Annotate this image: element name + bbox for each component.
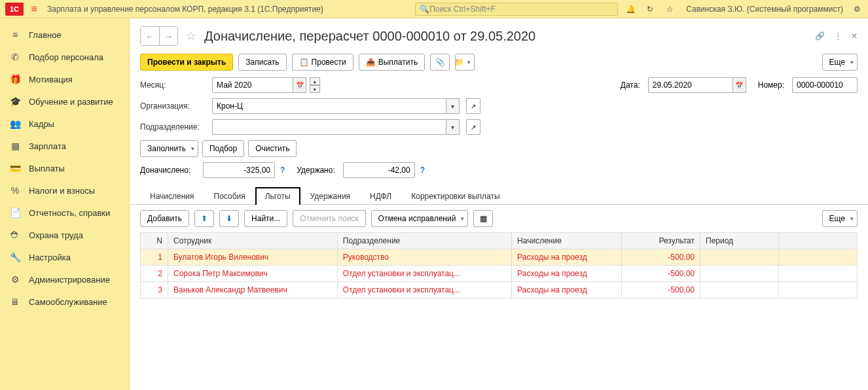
tab-benefits[interactable]: Пособия: [204, 187, 255, 205]
cell-empty: [779, 282, 858, 298]
sidebar-item-salary[interactable]: ▦Зарплата: [0, 135, 129, 157]
sidebar-item-safety[interactable]: ⛑Охрана труда: [0, 224, 129, 246]
cell-n: 3: [141, 282, 168, 298]
cell-employee: Сорока Петр Максимович: [168, 266, 338, 282]
kebab-icon[interactable]: ⋮: [834, 31, 842, 41]
table-more-button[interactable]: Еще: [822, 210, 858, 227]
dept-input[interactable]: [212, 119, 446, 135]
print-button[interactable]: 📁: [455, 54, 475, 71]
clear-button[interactable]: Очистить: [248, 140, 297, 157]
sidebar-label: Зарплата: [29, 141, 66, 151]
bell-icon[interactable]: 🔔: [624, 3, 636, 15]
sidebar-item-motivation[interactable]: 🎁Мотивация: [0, 68, 129, 90]
cell-result: -500,00: [622, 249, 700, 266]
star-icon[interactable]: ☆: [664, 3, 676, 15]
fill-button[interactable]: Заполнить: [140, 140, 198, 157]
sidebar-label: Подбор персонала: [29, 52, 103, 62]
link-icon[interactable]: 🔗: [815, 31, 825, 41]
sidebar-label: Отчетность, справки: [29, 208, 110, 218]
spinner-up[interactable]: ▴: [310, 77, 320, 85]
doc-header: ← → ☆ Доначисление, перерасчет 0000-0000…: [130, 18, 868, 51]
org-input[interactable]: [212, 98, 446, 114]
home-icon: ≡: [9, 29, 21, 41]
more-button[interactable]: Еще: [822, 54, 858, 71]
tab-ndfl[interactable]: НДФЛ: [360, 187, 401, 205]
tab-corrections[interactable]: Корректировки выплаты: [401, 187, 509, 205]
col-employee[interactable]: Сотрудник: [168, 233, 338, 249]
cancel-corrections-button[interactable]: Отмена исправлений: [371, 210, 469, 227]
dropdown-icon[interactable]: ▾: [446, 98, 460, 114]
search-icon: 🔍: [420, 5, 429, 14]
tab-exemptions[interactable]: Льготы: [255, 187, 300, 205]
cell-period: [700, 266, 779, 282]
col-accrual[interactable]: Начисление: [512, 233, 622, 249]
number-input[interactable]: [792, 77, 858, 93]
month-label: Месяц:: [140, 80, 208, 90]
help-icon[interactable]: ?: [420, 166, 425, 175]
calendar-icon[interactable]: 📅: [293, 77, 306, 93]
table-row[interactable]: 2Сорока Петр МаксимовичОтдел установки и…: [141, 266, 858, 282]
wallet-icon: 💳: [9, 162, 21, 174]
back-button[interactable]: ←: [141, 27, 159, 45]
table-header-row: N Сотрудник Подразделение Начисление Рез…: [141, 233, 858, 249]
layout-settings-button[interactable]: ▦: [473, 210, 493, 227]
col-result[interactable]: Результат: [622, 233, 700, 249]
help-icon[interactable]: ?: [280, 166, 285, 175]
dropdown-icon[interactable]: ▾: [446, 119, 460, 135]
history-icon[interactable]: ↻: [644, 3, 656, 15]
post-and-close-button[interactable]: Провести и закрыть: [140, 54, 233, 71]
col-period[interactable]: Период: [700, 233, 779, 249]
accrued-input[interactable]: [203, 162, 275, 178]
search-placeholder: Поиск Ctrl+Shift+F: [429, 5, 496, 14]
attach-button[interactable]: 📎: [430, 54, 450, 71]
table-row[interactable]: 1Булатов Игорь ВиленовичРуководствоРасхо…: [141, 249, 858, 266]
month-input[interactable]: [212, 77, 293, 93]
main: ← → ☆ Доначисление, перерасчет 0000-0000…: [130, 18, 868, 390]
tabs: Начисления Пособия Льготы Удержания НДФЛ…: [130, 187, 868, 205]
sidebar-item-self[interactable]: 🖥Самообслуживание: [0, 291, 129, 313]
col-empty: [779, 233, 858, 249]
sidebar-item-recruit[interactable]: ✆Подбор персонала: [0, 46, 129, 68]
add-button[interactable]: Добавить: [140, 210, 189, 227]
close-icon[interactable]: ✕: [851, 31, 858, 41]
sidebar-label: Настройка: [29, 253, 71, 262]
post-label: Провести: [312, 58, 346, 67]
sidebar-item-hr[interactable]: 👥Кадры: [0, 113, 129, 135]
open-org-button[interactable]: ↗: [466, 98, 480, 114]
settings-icon[interactable]: ⚙: [851, 3, 863, 15]
cancel-search-button[interactable]: Отменить поиск: [293, 210, 365, 227]
date-label: Дата:: [621, 80, 640, 90]
find-button[interactable]: Найти...: [244, 210, 287, 227]
col-dept[interactable]: Подразделение: [337, 233, 511, 249]
spinner-down[interactable]: ▾: [310, 85, 320, 93]
org-label: Организация:: [140, 101, 208, 111]
sidebar-item-admin[interactable]: ⚙Администрирование: [0, 268, 129, 291]
search-input[interactable]: 🔍 Поиск Ctrl+Shift+F: [415, 3, 618, 16]
open-dept-button[interactable]: ↗: [466, 119, 480, 135]
move-up-button[interactable]: ⬆: [194, 210, 214, 227]
sidebar-item-home[interactable]: ≡Главное: [0, 24, 129, 46]
app-title: Зарплата и управление персоналом КОРП, р…: [47, 5, 323, 14]
sidebar-item-payments[interactable]: 💳Выплаты: [0, 157, 129, 179]
sidebar-item-reports[interactable]: 📄Отчетность, справки: [0, 202, 129, 224]
sidebar-item-training[interactable]: 🎓Обучение и развитие: [0, 90, 129, 113]
tab-accruals[interactable]: Начисления: [140, 187, 204, 205]
cell-empty: [779, 249, 858, 266]
select-button[interactable]: Подбор: [202, 140, 244, 157]
withheld-input[interactable]: [343, 162, 415, 178]
sidebar-item-settings[interactable]: 🔧Настройка: [0, 246, 129, 268]
post-button[interactable]: 📋Провести: [292, 54, 353, 71]
calendar-icon[interactable]: 📅: [733, 77, 746, 93]
date-input[interactable]: [648, 77, 733, 93]
write-button[interactable]: Записать: [238, 54, 286, 71]
favorite-icon[interactable]: ☆: [186, 29, 196, 43]
tab-deductions[interactable]: Удержания: [300, 187, 361, 205]
forward-button[interactable]: →: [159, 27, 177, 45]
col-n[interactable]: N: [141, 233, 168, 249]
move-down-button[interactable]: ⬇: [219, 210, 239, 227]
table-row[interactable]: 3Ваньков Александр МатвеевичОтдел устано…: [141, 282, 858, 298]
hamburger-icon[interactable]: ≡: [27, 3, 41, 16]
sidebar-item-taxes[interactable]: %Налоги и взносы: [0, 179, 129, 202]
pay-button[interactable]: 📤Выплатить: [359, 54, 425, 71]
user-name[interactable]: Савинская З.Ю. (Системный программист): [686, 5, 843, 14]
